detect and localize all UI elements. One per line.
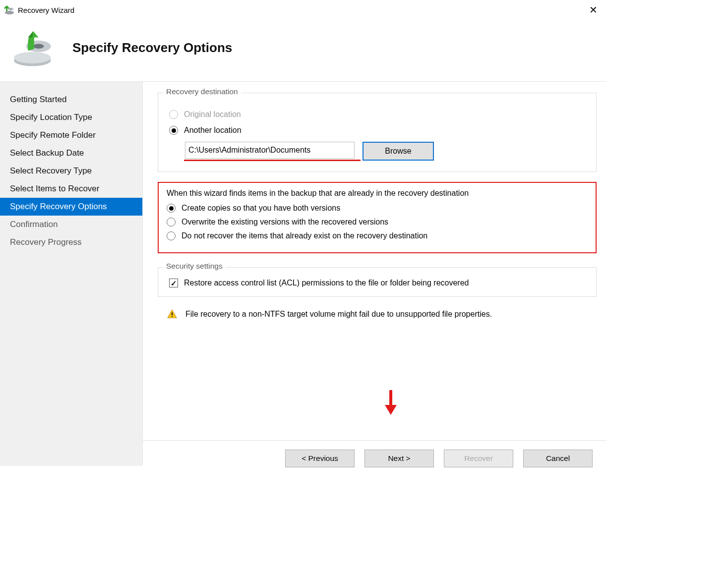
sidebar-item-select-recovery-type[interactable]: Select Recovery Type bbox=[0, 162, 142, 180]
radio-another-location[interactable]: Another location bbox=[169, 126, 587, 135]
cancel-button[interactable]: Cancel bbox=[523, 450, 593, 467]
titlebar: Recovery Wizard ✕ bbox=[0, 0, 607, 18]
recovery-destination-group: Recovery destination Original location A… bbox=[158, 93, 597, 172]
wizard-icon bbox=[11, 28, 56, 67]
ntfs-warning: File recovery to a non-NTFS target volum… bbox=[167, 309, 595, 320]
wizard-steps-sidebar: Getting Started Specify Location Type Sp… bbox=[0, 82, 143, 466]
next-button[interactable]: Next > bbox=[364, 450, 434, 467]
wizard-footer: < Previous Next > Recover Cancel bbox=[143, 440, 607, 476]
security-settings-group: Security settings Restore access control… bbox=[158, 267, 597, 297]
checkbox-icon bbox=[169, 279, 178, 287]
wizard-header: Specify Recovery Options bbox=[0, 18, 607, 81]
radio-icon bbox=[167, 204, 176, 213]
radio-create-copies[interactable]: Create copies so that you have both vers… bbox=[167, 204, 588, 213]
page-title: Specify Recovery Options bbox=[72, 40, 232, 56]
recover-button: Recover bbox=[444, 450, 513, 467]
radio-label: Another location bbox=[184, 126, 242, 135]
sidebar-item-specify-remote-folder[interactable]: Specify Remote Folder bbox=[0, 126, 142, 144]
radio-label: Create copies so that you have both vers… bbox=[182, 204, 340, 213]
annotation-underline bbox=[184, 160, 361, 161]
conflict-options-title: When this wizard finds items in the back… bbox=[167, 189, 588, 198]
sidebar-item-specify-recovery-options[interactable]: Specify Recovery Options bbox=[0, 198, 142, 216]
app-icon bbox=[4, 4, 15, 15]
svg-rect-7 bbox=[172, 312, 173, 315]
svg-point-4 bbox=[14, 52, 51, 63]
checkbox-label: Restore access control list (ACL) permis… bbox=[184, 279, 469, 287]
svg-point-6 bbox=[33, 44, 44, 49]
browse-button[interactable]: Browse bbox=[363, 142, 434, 161]
radio-do-not-recover[interactable]: Do not recover the items that already ex… bbox=[167, 231, 588, 240]
radio-original-location: Original location bbox=[169, 110, 587, 119]
sidebar-item-select-items[interactable]: Select Items to Recover bbox=[0, 180, 142, 198]
radio-label: Do not recover the items that already ex… bbox=[182, 231, 427, 240]
sidebar-item-confirmation: Confirmation bbox=[0, 216, 142, 233]
radio-icon bbox=[167, 218, 176, 227]
conflict-options-group: When this wizard finds items in the back… bbox=[158, 182, 597, 253]
wizard-content: Recovery destination Original location A… bbox=[143, 82, 607, 466]
close-button[interactable]: ✕ bbox=[584, 3, 603, 17]
sidebar-item-getting-started[interactable]: Getting Started bbox=[0, 91, 142, 109]
previous-button[interactable]: < Previous bbox=[285, 450, 355, 467]
radio-icon bbox=[167, 231, 176, 240]
radio-icon bbox=[169, 110, 178, 119]
warning-text: File recovery to a non-NTFS target volum… bbox=[185, 310, 492, 319]
sidebar-item-select-backup-date[interactable]: Select Backup Date bbox=[0, 144, 142, 162]
svg-rect-8 bbox=[172, 316, 173, 317]
radio-icon bbox=[169, 126, 178, 135]
radio-label: Original location bbox=[184, 110, 241, 119]
sidebar-item-recovery-progress: Recovery Progress bbox=[0, 233, 142, 251]
destination-path-input[interactable] bbox=[185, 142, 355, 159]
window-title: Recovery Wizard bbox=[18, 6, 74, 14]
radio-label: Overwrite the existing versions with the… bbox=[182, 218, 388, 227]
radio-overwrite[interactable]: Overwrite the existing versions with the… bbox=[167, 218, 588, 227]
svg-point-0 bbox=[5, 11, 14, 14]
warning-icon bbox=[167, 309, 178, 320]
sidebar-item-specify-location-type[interactable]: Specify Location Type bbox=[0, 109, 142, 126]
checkbox-restore-acl[interactable]: Restore access control list (ACL) permis… bbox=[169, 279, 587, 287]
recovery-destination-legend: Recovery destination bbox=[163, 87, 241, 96]
security-settings-legend: Security settings bbox=[163, 262, 226, 271]
annotation-arrow-icon bbox=[385, 390, 398, 417]
svg-point-2 bbox=[9, 8, 12, 9]
